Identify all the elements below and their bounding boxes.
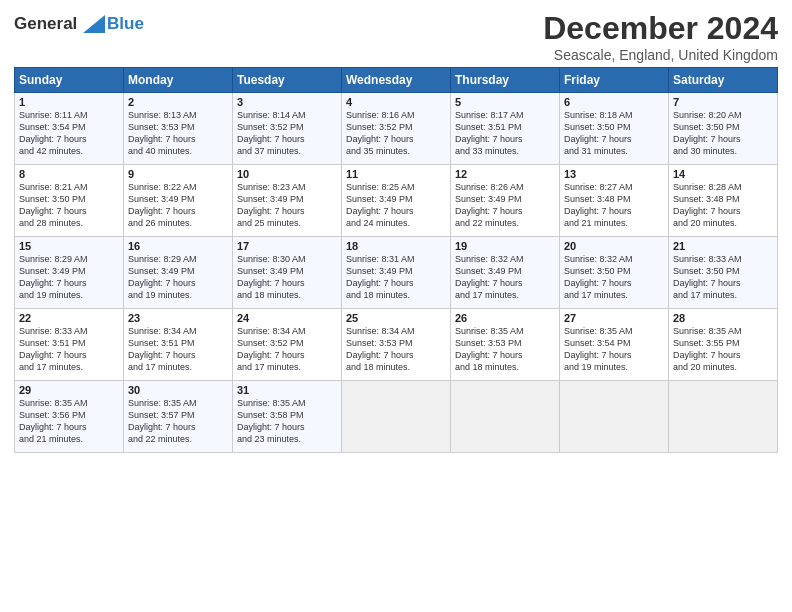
header-day-saturday: Saturday [669,68,778,93]
cell-details: Sunrise: 8:17 AMSunset: 3:51 PMDaylight:… [455,109,555,158]
title-block: December 2024 Seascale, England, United … [543,10,778,63]
week-row-5: 29Sunrise: 8:35 AMSunset: 3:56 PMDayligh… [15,381,778,453]
header-day-tuesday: Tuesday [233,68,342,93]
day-number: 7 [673,96,773,108]
header-day-friday: Friday [560,68,669,93]
calendar-cell: 12Sunrise: 8:26 AMSunset: 3:49 PMDayligh… [451,165,560,237]
day-number: 3 [237,96,337,108]
day-number: 11 [346,168,446,180]
day-number: 12 [455,168,555,180]
day-number: 8 [19,168,119,180]
cell-details: Sunrise: 8:34 AMSunset: 3:51 PMDaylight:… [128,325,228,374]
day-number: 21 [673,240,773,252]
cell-details: Sunrise: 8:20 AMSunset: 3:50 PMDaylight:… [673,109,773,158]
calendar-cell: 19Sunrise: 8:32 AMSunset: 3:49 PMDayligh… [451,237,560,309]
calendar-cell: 29Sunrise: 8:35 AMSunset: 3:56 PMDayligh… [15,381,124,453]
day-number: 2 [128,96,228,108]
cell-details: Sunrise: 8:29 AMSunset: 3:49 PMDaylight:… [128,253,228,302]
header-day-sunday: Sunday [15,68,124,93]
cell-details: Sunrise: 8:34 AMSunset: 3:53 PMDaylight:… [346,325,446,374]
calendar-cell [451,381,560,453]
calendar-cell: 21Sunrise: 8:33 AMSunset: 3:50 PMDayligh… [669,237,778,309]
cell-details: Sunrise: 8:35 AMSunset: 3:55 PMDaylight:… [673,325,773,374]
cell-details: Sunrise: 8:11 AMSunset: 3:54 PMDaylight:… [19,109,119,158]
header: General Blue December 2024 Seascale, Eng… [14,10,778,63]
calendar-cell: 3Sunrise: 8:14 AMSunset: 3:52 PMDaylight… [233,93,342,165]
day-number: 13 [564,168,664,180]
calendar-cell: 28Sunrise: 8:35 AMSunset: 3:55 PMDayligh… [669,309,778,381]
cell-details: Sunrise: 8:25 AMSunset: 3:49 PMDaylight:… [346,181,446,230]
day-number: 23 [128,312,228,324]
cell-details: Sunrise: 8:23 AMSunset: 3:49 PMDaylight:… [237,181,337,230]
cell-details: Sunrise: 8:34 AMSunset: 3:52 PMDaylight:… [237,325,337,374]
day-number: 5 [455,96,555,108]
cell-details: Sunrise: 8:35 AMSunset: 3:53 PMDaylight:… [455,325,555,374]
calendar-cell [669,381,778,453]
calendar-cell: 25Sunrise: 8:34 AMSunset: 3:53 PMDayligh… [342,309,451,381]
day-number: 20 [564,240,664,252]
cell-details: Sunrise: 8:16 AMSunset: 3:52 PMDaylight:… [346,109,446,158]
cell-details: Sunrise: 8:26 AMSunset: 3:49 PMDaylight:… [455,181,555,230]
day-number: 30 [128,384,228,396]
cell-details: Sunrise: 8:18 AMSunset: 3:50 PMDaylight:… [564,109,664,158]
cell-details: Sunrise: 8:21 AMSunset: 3:50 PMDaylight:… [19,181,119,230]
calendar-cell: 13Sunrise: 8:27 AMSunset: 3:48 PMDayligh… [560,165,669,237]
day-number: 15 [19,240,119,252]
calendar-cell: 15Sunrise: 8:29 AMSunset: 3:49 PMDayligh… [15,237,124,309]
day-number: 24 [237,312,337,324]
calendar-cell: 1Sunrise: 8:11 AMSunset: 3:54 PMDaylight… [15,93,124,165]
day-number: 27 [564,312,664,324]
day-number: 16 [128,240,228,252]
calendar-cell: 17Sunrise: 8:30 AMSunset: 3:49 PMDayligh… [233,237,342,309]
cell-details: Sunrise: 8:35 AMSunset: 3:57 PMDaylight:… [128,397,228,446]
location-subtitle: Seascale, England, United Kingdom [543,47,778,63]
day-number: 6 [564,96,664,108]
cell-details: Sunrise: 8:35 AMSunset: 3:54 PMDaylight:… [564,325,664,374]
calendar-cell: 6Sunrise: 8:18 AMSunset: 3:50 PMDaylight… [560,93,669,165]
calendar-cell: 5Sunrise: 8:17 AMSunset: 3:51 PMDaylight… [451,93,560,165]
calendar-cell: 23Sunrise: 8:34 AMSunset: 3:51 PMDayligh… [124,309,233,381]
calendar-cell: 14Sunrise: 8:28 AMSunset: 3:48 PMDayligh… [669,165,778,237]
logo-icon [83,15,105,33]
cell-details: Sunrise: 8:35 AMSunset: 3:58 PMDaylight:… [237,397,337,446]
day-number: 28 [673,312,773,324]
day-number: 1 [19,96,119,108]
day-number: 14 [673,168,773,180]
cell-details: Sunrise: 8:13 AMSunset: 3:53 PMDaylight:… [128,109,228,158]
cell-details: Sunrise: 8:32 AMSunset: 3:50 PMDaylight:… [564,253,664,302]
cell-details: Sunrise: 8:29 AMSunset: 3:49 PMDaylight:… [19,253,119,302]
calendar-cell: 4Sunrise: 8:16 AMSunset: 3:52 PMDaylight… [342,93,451,165]
week-row-1: 1Sunrise: 8:11 AMSunset: 3:54 PMDaylight… [15,93,778,165]
cell-details: Sunrise: 8:32 AMSunset: 3:49 PMDaylight:… [455,253,555,302]
calendar-cell: 24Sunrise: 8:34 AMSunset: 3:52 PMDayligh… [233,309,342,381]
day-number: 9 [128,168,228,180]
day-number: 18 [346,240,446,252]
logo-blue: Blue [107,14,144,34]
calendar-cell: 22Sunrise: 8:33 AMSunset: 3:51 PMDayligh… [15,309,124,381]
cell-details: Sunrise: 8:28 AMSunset: 3:48 PMDaylight:… [673,181,773,230]
calendar-cell [342,381,451,453]
day-number: 25 [346,312,446,324]
logo-general: General [14,14,77,33]
logo: General Blue [14,14,144,34]
month-title: December 2024 [543,10,778,47]
day-number: 4 [346,96,446,108]
header-day-wednesday: Wednesday [342,68,451,93]
calendar-cell: 27Sunrise: 8:35 AMSunset: 3:54 PMDayligh… [560,309,669,381]
calendar-cell [560,381,669,453]
calendar-cell: 16Sunrise: 8:29 AMSunset: 3:49 PMDayligh… [124,237,233,309]
cell-details: Sunrise: 8:22 AMSunset: 3:49 PMDaylight:… [128,181,228,230]
calendar-header-row: SundayMondayTuesdayWednesdayThursdayFrid… [15,68,778,93]
header-day-monday: Monday [124,68,233,93]
calendar-cell: 30Sunrise: 8:35 AMSunset: 3:57 PMDayligh… [124,381,233,453]
calendar-cell: 18Sunrise: 8:31 AMSunset: 3:49 PMDayligh… [342,237,451,309]
day-number: 26 [455,312,555,324]
svg-marker-0 [83,15,105,33]
calendar-cell: 26Sunrise: 8:35 AMSunset: 3:53 PMDayligh… [451,309,560,381]
calendar-cell: 20Sunrise: 8:32 AMSunset: 3:50 PMDayligh… [560,237,669,309]
cell-details: Sunrise: 8:35 AMSunset: 3:56 PMDaylight:… [19,397,119,446]
day-number: 10 [237,168,337,180]
cell-details: Sunrise: 8:27 AMSunset: 3:48 PMDaylight:… [564,181,664,230]
calendar-cell: 10Sunrise: 8:23 AMSunset: 3:49 PMDayligh… [233,165,342,237]
day-number: 22 [19,312,119,324]
